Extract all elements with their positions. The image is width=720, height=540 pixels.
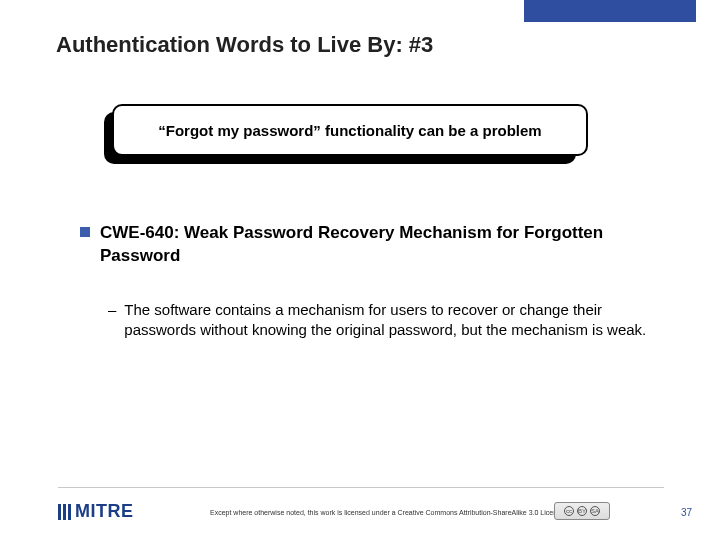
mitre-logo: MITRE	[58, 501, 134, 522]
dash-bullet-icon: –	[108, 300, 116, 320]
body: CWE-640: Weak Password Recovery Mechanis…	[80, 222, 660, 340]
header-accent-bar	[524, 0, 696, 22]
callout-box: “Forgot my password” functionality can b…	[112, 104, 588, 156]
square-bullet-icon	[80, 227, 90, 237]
callout-text: “Forgot my password” functionality can b…	[158, 122, 541, 139]
bullet-row: CWE-640: Weak Password Recovery Mechanis…	[80, 222, 660, 268]
callout: “Forgot my password” functionality can b…	[104, 104, 588, 164]
sub-bullet-text: The software contains a mechanism for us…	[124, 300, 660, 341]
license-text: Except where otherwise noted, this work …	[210, 509, 564, 516]
cc-by-icon: BY	[577, 506, 587, 516]
page-number: 37	[681, 507, 692, 518]
logo-text: MITRE	[75, 501, 134, 522]
cc-badge-icon: cc BY SA	[554, 502, 610, 520]
slide: Authentication Words to Live By: #3 “For…	[0, 0, 720, 540]
bullet-text: CWE-640: Weak Password Recovery Mechanis…	[100, 222, 660, 268]
cc-sa-icon: SA	[590, 506, 600, 516]
footer-divider	[58, 487, 664, 488]
sub-bullet-row: – The software contains a mechanism for …	[108, 300, 660, 341]
slide-title: Authentication Words to Live By: #3	[56, 32, 433, 58]
logo-bars-icon	[58, 504, 71, 520]
cc-icon: cc	[564, 506, 574, 516]
